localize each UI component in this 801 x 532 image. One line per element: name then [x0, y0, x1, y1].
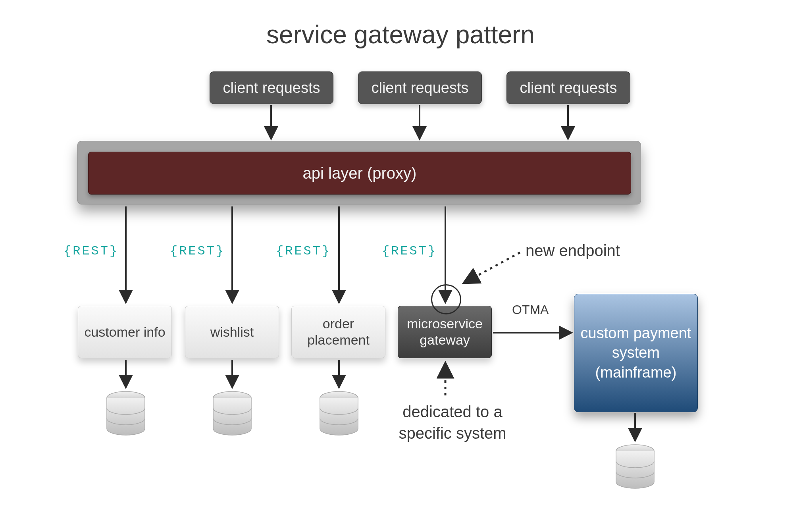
database-icon	[107, 391, 145, 435]
service-order-placement: order placement	[291, 306, 385, 358]
diagram-title: service gateway pattern	[0, 20, 801, 49]
api-layer-proxy: api layer (proxy)	[88, 152, 631, 195]
new-endpoint-circle-icon	[431, 284, 461, 314]
client-requests-box: client requests	[210, 71, 333, 104]
rest-label: {REST}	[170, 244, 225, 258]
service-wishlist: wishlist	[185, 306, 279, 358]
arrow-icon	[126, 360, 339, 387]
arrow-icon	[271, 105, 568, 138]
database-icon	[616, 445, 654, 488]
client-requests-box: client requests	[358, 71, 482, 104]
rest-label: {REST}	[64, 244, 119, 258]
database-icon	[213, 391, 251, 435]
annotation-dedicated: dedicated to a specific system	[381, 401, 524, 444]
database-icon	[320, 391, 358, 435]
otma-label: OTMA	[512, 303, 549, 317]
service-customer-info: customer info	[78, 306, 172, 358]
dotted-connector	[464, 253, 520, 283]
rest-label: {REST}	[382, 244, 437, 258]
client-requests-box: client requests	[506, 71, 630, 104]
annotation-new-endpoint: new endpoint	[526, 240, 620, 261]
api-layer-frame: api layer (proxy)	[77, 141, 641, 204]
custom-payment-mainframe: custom payment system (mainframe)	[574, 294, 698, 412]
rest-label: {REST}	[276, 244, 331, 258]
